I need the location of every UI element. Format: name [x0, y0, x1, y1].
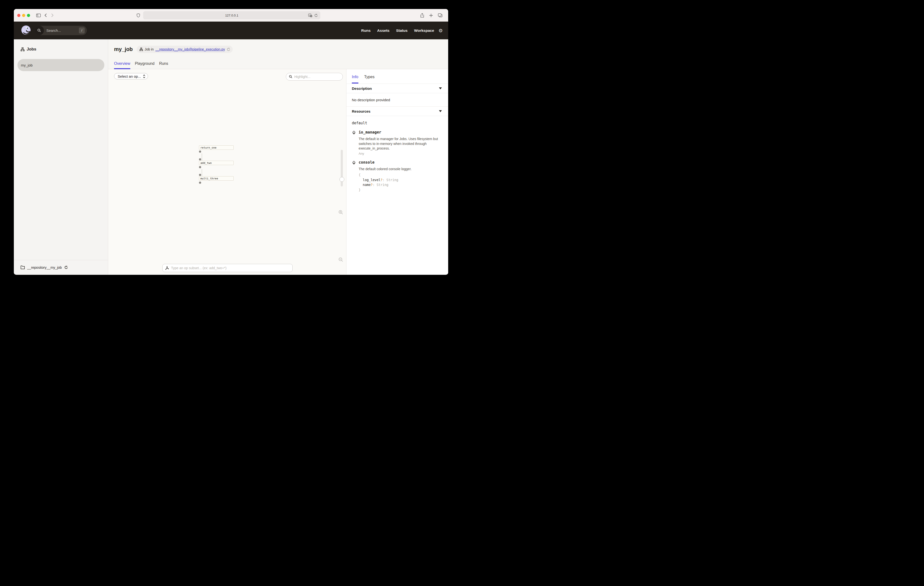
nav-runs[interactable]: Runs: [361, 28, 371, 33]
description-title: Description: [352, 86, 372, 91]
job-reload-icon[interactable]: [227, 48, 230, 51]
resource-name: console: [359, 160, 411, 165]
highlight-search[interactable]: [286, 73, 343, 81]
repository-footer: __repository__my_job: [14, 260, 108, 275]
op-node-return-one[interactable]: return_one: [199, 146, 234, 150]
global-search[interactable]: /: [35, 26, 87, 35]
input-port: [199, 158, 201, 161]
nav-workspace[interactable]: Workspace: [414, 28, 434, 33]
resource-config-schema: { log_level?: String name?: String }: [359, 172, 411, 192]
jobs-icon: [21, 47, 25, 51]
op-graph-canvas[interactable]: Select an op... return_one add_two: [108, 69, 346, 275]
browser-toolbar: 127.0.0.1 A x: [14, 9, 448, 22]
main-content: my_job Job in __repository__my_job@pipel…: [108, 39, 448, 275]
op-selector-glyph-icon: [165, 266, 169, 270]
edge-return-one-add-two: [201, 154, 202, 161]
op-selector-dropdown[interactable]: Select an op...: [114, 73, 148, 79]
config-brace-close: }: [359, 187, 411, 192]
translate-icon[interactable]: A x: [308, 13, 312, 17]
nav-assets[interactable]: Assets: [377, 28, 389, 33]
resource-description: The default io manager for Jobs. Uses fi…: [359, 137, 439, 151]
job-origin-badge: Job in __repository__my_job@pipeline_exe…: [137, 46, 233, 53]
search-input[interactable]: [46, 28, 72, 33]
resource-name: io_manager: [359, 130, 439, 134]
share-icon[interactable]: [419, 9, 426, 22]
resource-type: Any: [359, 152, 439, 156]
output-port: [199, 151, 201, 153]
window-minimize-button[interactable]: [22, 14, 25, 17]
window-zoom-button[interactable]: [27, 14, 30, 17]
page-title: my_job: [114, 46, 133, 53]
tab-overview[interactable]: Overview: [114, 61, 130, 69]
chevron-down-icon: [439, 110, 442, 112]
resource-io-manager: io_manager The default io manager for Jo…: [352, 130, 443, 156]
resource-icon: [352, 131, 356, 156]
config-field-log-level: log_level?: String: [359, 177, 411, 182]
panel-tabs: Info Types: [346, 69, 448, 84]
tab-runs[interactable]: Runs: [159, 61, 168, 69]
folder-icon: [21, 266, 25, 269]
job-origin-link[interactable]: __repository__my_job@pipeline_execution.…: [155, 47, 225, 51]
app-header: / Runs Assets Status Workspace ⚙: [14, 22, 448, 39]
search-icon: [35, 26, 44, 35]
resource-icon: [352, 161, 356, 192]
nav-status[interactable]: Status: [396, 28, 408, 33]
job-tabs: Overview Playground Runs: [114, 61, 168, 69]
description-section-header[interactable]: Description: [346, 84, 448, 93]
op-subset-filter[interactable]: [162, 264, 293, 272]
jobs-sidebar: Jobs my_job __repository__my_job: [14, 39, 108, 275]
config-brace-open: {: [359, 172, 411, 177]
resource-group-name: default: [352, 121, 443, 125]
header-nav: Runs Assets Status Workspace: [361, 22, 434, 39]
sidebar-item-my-job[interactable]: my_job: [18, 59, 104, 71]
op-subset-input[interactable]: [171, 266, 283, 270]
zoom-slider-knob[interactable]: [340, 177, 344, 182]
resources-title: Resources: [352, 109, 371, 113]
settings-gear-icon[interactable]: ⚙: [439, 22, 443, 39]
job-badge-icon: [140, 48, 143, 51]
resource-description: The default colored console logger.: [359, 167, 411, 172]
sidebar-item-label: my_job: [21, 63, 33, 67]
window-close-button[interactable]: [17, 14, 20, 17]
resources-section-header[interactable]: Resources: [346, 107, 448, 116]
config-field-name: name?: String: [359, 182, 411, 187]
repository-reload-icon[interactable]: [64, 266, 68, 269]
op-node-add-two[interactable]: add_two: [199, 161, 234, 165]
job-header: my_job Job in __repository__my_job@pipel…: [108, 39, 448, 69]
job-origin-prefix: Job in: [145, 47, 153, 51]
address-bar[interactable]: 127.0.0.1 A x: [143, 11, 320, 20]
url-text: 127.0.0.1: [225, 13, 238, 17]
resources-body: default io_manager The default io manage…: [346, 116, 448, 198]
info-panel: Info Types Description No description pr…: [346, 69, 448, 275]
resource-console: console The default colored console logg…: [352, 160, 443, 192]
description-text: No description provided: [352, 98, 390, 102]
privacy-shield-icon[interactable]: [135, 9, 142, 22]
new-tab-icon[interactable]: [427, 9, 435, 22]
select-caret-icon: [143, 74, 145, 78]
description-body: No description provided: [346, 93, 448, 107]
highlight-input[interactable]: [294, 75, 336, 79]
tab-playground[interactable]: Playground: [135, 61, 155, 69]
forward-icon[interactable]: [49, 9, 56, 22]
tab-types[interactable]: Types: [364, 75, 375, 83]
output-port: [199, 182, 201, 184]
search-shortcut-key: /: [79, 27, 85, 33]
dagster-logo[interactable]: [21, 25, 31, 36]
sidebar-toggle-icon[interactable]: [35, 9, 42, 22]
chevron-down-icon: [439, 88, 442, 89]
edge-add-two-multi-three: [201, 169, 202, 176]
tab-overview-icon[interactable]: [437, 9, 444, 22]
zoom-out-icon[interactable]: [337, 257, 344, 262]
back-icon[interactable]: [43, 9, 49, 22]
sidebar-title: Jobs: [27, 47, 36, 52]
highlight-search-icon: [289, 75, 292, 78]
reload-icon[interactable]: [314, 13, 318, 17]
input-port: [199, 174, 201, 176]
tab-info[interactable]: Info: [352, 75, 358, 83]
output-port: [199, 166, 201, 168]
op-selector-label: Select an op...: [118, 74, 141, 78]
op-node-multi-three[interactable]: multi_three: [199, 176, 234, 180]
repository-name: __repository__my_job: [27, 266, 62, 270]
zoom-in-icon[interactable]: [337, 210, 344, 215]
browser-window: 127.0.0.1 A x: [14, 9, 448, 275]
